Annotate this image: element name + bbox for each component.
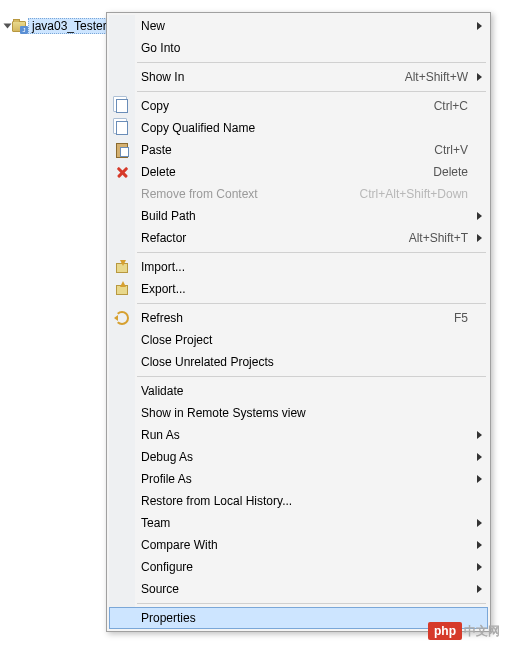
java-project-icon: J [12, 21, 26, 32]
menu-item-restore-from-local-history[interactable]: Restore from Local History... [109, 490, 488, 512]
menu-item-debug-as[interactable]: Debug As [109, 446, 488, 468]
menu-item-label: Copy Qualified Name [141, 121, 468, 135]
copy-icon [114, 98, 130, 114]
menu-item-label: Show in Remote Systems view [141, 406, 468, 420]
menu-separator [137, 62, 486, 63]
menu-item-profile-as[interactable]: Profile As [109, 468, 488, 490]
submenu-arrow-icon [477, 453, 482, 461]
menu-item-label: Restore from Local History... [141, 494, 468, 508]
menu-item-label: Team [141, 516, 468, 530]
watermark-text: 中文网 [464, 623, 500, 640]
tree-node-label[interactable]: java03_Tester [28, 18, 111, 34]
menu-item-label: Remove from Context [141, 187, 360, 201]
menu-item-label: Refresh [141, 311, 454, 325]
menu-item-remove-from-context: Remove from ContextCtrl+Alt+Shift+Down [109, 183, 488, 205]
menu-item-label: Copy [141, 99, 434, 113]
delete-icon [114, 164, 130, 180]
menu-separator [137, 91, 486, 92]
menu-separator [137, 303, 486, 304]
menu-item-show-in-remote-systems-view[interactable]: Show in Remote Systems view [109, 402, 488, 424]
menu-item-shortcut: Delete [433, 165, 468, 179]
menu-item-run-as[interactable]: Run As [109, 424, 488, 446]
menu-item-close-unrelated-projects[interactable]: Close Unrelated Projects [109, 351, 488, 373]
menu-item-label: Source [141, 582, 468, 596]
refresh-icon [114, 310, 130, 326]
menu-item-validate[interactable]: Validate [109, 380, 488, 402]
watermark-logo: php [428, 622, 462, 640]
menu-item-label: New [141, 19, 468, 33]
menu-item-new[interactable]: New [109, 15, 488, 37]
menu-item-export[interactable]: Export... [109, 278, 488, 300]
menu-item-shortcut: F5 [454, 311, 468, 325]
menu-item-label: Debug As [141, 450, 468, 464]
paste-icon [114, 142, 130, 158]
menu-item-label: Run As [141, 428, 468, 442]
menu-separator [137, 376, 486, 377]
menu-item-compare-with[interactable]: Compare With [109, 534, 488, 556]
menu-item-show-in[interactable]: Show InAlt+Shift+W [109, 66, 488, 88]
menu-item-label: Refactor [141, 231, 409, 245]
menu-item-source[interactable]: Source [109, 578, 488, 600]
menu-item-label: Show In [141, 70, 405, 84]
submenu-arrow-icon [477, 541, 482, 549]
submenu-arrow-icon [477, 73, 482, 81]
submenu-arrow-icon [477, 585, 482, 593]
menu-item-label: Properties [141, 611, 468, 625]
menu-item-go-into[interactable]: Go Into [109, 37, 488, 59]
menu-item-label: Build Path [141, 209, 468, 223]
watermark: php 中文网 [428, 622, 500, 640]
menu-item-label: Validate [141, 384, 468, 398]
menu-item-shortcut: Ctrl+Alt+Shift+Down [360, 187, 468, 201]
context-menu: NewGo IntoShow InAlt+Shift+WCopyCtrl+CCo… [106, 12, 491, 632]
menu-item-team[interactable]: Team [109, 512, 488, 534]
menu-item-label: Import... [141, 260, 468, 274]
project-tree-node[interactable]: J java03_Tester [5, 18, 111, 34]
menu-item-shortcut: Ctrl+C [434, 99, 468, 113]
menu-separator [137, 252, 486, 253]
menu-item-copy[interactable]: CopyCtrl+C [109, 95, 488, 117]
submenu-arrow-icon [477, 475, 482, 483]
menu-item-label: Close Unrelated Projects [141, 355, 468, 369]
menu-item-label: Paste [141, 143, 434, 157]
menu-item-label: Compare With [141, 538, 468, 552]
menu-item-label: Configure [141, 560, 468, 574]
menu-item-label: Profile As [141, 472, 468, 486]
export-icon [114, 281, 130, 297]
submenu-arrow-icon [477, 234, 482, 242]
menu-item-label: Export... [141, 282, 468, 296]
menu-item-configure[interactable]: Configure [109, 556, 488, 578]
import-icon [114, 259, 130, 275]
submenu-arrow-icon [477, 563, 482, 571]
submenu-arrow-icon [477, 22, 482, 30]
menu-item-label: Go Into [141, 41, 468, 55]
submenu-arrow-icon [477, 431, 482, 439]
menu-item-label: Delete [141, 165, 433, 179]
menu-item-refresh[interactable]: RefreshF5 [109, 307, 488, 329]
menu-item-build-path[interactable]: Build Path [109, 205, 488, 227]
menu-item-refactor[interactable]: RefactorAlt+Shift+T [109, 227, 488, 249]
menu-item-shortcut: Ctrl+V [434, 143, 468, 157]
menu-item-shortcut: Alt+Shift+W [405, 70, 468, 84]
copy-icon [114, 120, 130, 136]
menu-item-copy-qualified-name[interactable]: Copy Qualified Name [109, 117, 488, 139]
menu-item-delete[interactable]: DeleteDelete [109, 161, 488, 183]
menu-item-close-project[interactable]: Close Project [109, 329, 488, 351]
submenu-arrow-icon [477, 519, 482, 527]
submenu-arrow-icon [477, 212, 482, 220]
menu-item-label: Close Project [141, 333, 468, 347]
menu-item-paste[interactable]: PasteCtrl+V [109, 139, 488, 161]
menu-item-import[interactable]: Import... [109, 256, 488, 278]
menu-separator [137, 603, 486, 604]
menu-item-shortcut: Alt+Shift+T [409, 231, 468, 245]
expand-arrow-icon[interactable] [4, 24, 12, 29]
